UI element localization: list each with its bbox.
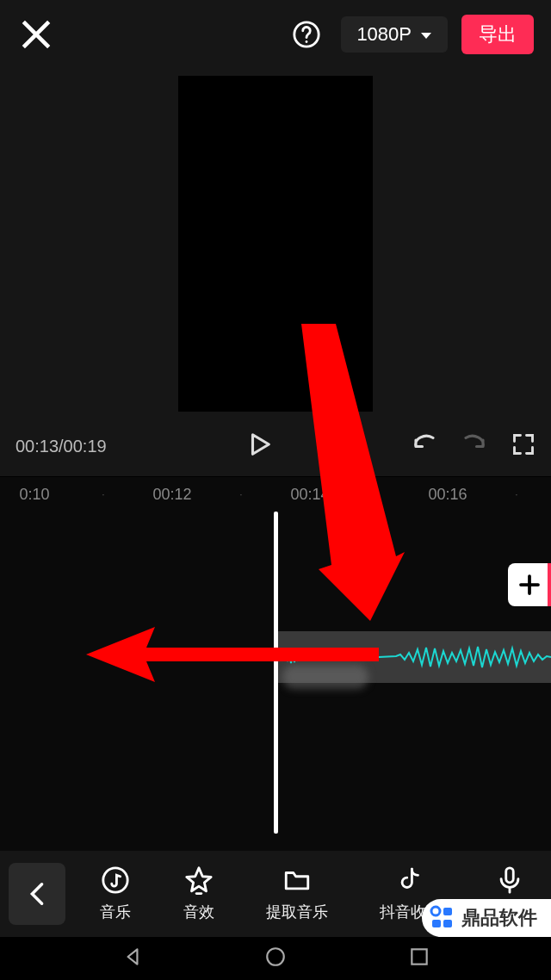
export-button[interactable]: 导出 [461,15,534,54]
svg-rect-9 [443,908,452,915]
svg-point-1 [306,40,308,43]
time-display: 00:13/00:19 [15,437,107,456]
svg-rect-11 [443,920,452,927]
ruler-mark: 0:10 [0,486,69,504]
nav-recent-icon[interactable] [408,946,430,971]
chevron-down-icon [420,23,432,46]
tool-sound-effect[interactable]: 音效 [183,865,214,922]
nav-home-icon[interactable] [264,946,287,971]
ruler-dot: · [482,488,551,500]
logo-icon [429,904,456,932]
undo-button[interactable] [412,431,437,462]
music-icon [101,865,130,895]
tool-label: 提取音乐 [266,902,328,922]
time-ruler: 0:10 · 00:12 · 00:14 · 00:16 · [0,477,551,512]
redo-button[interactable] [461,431,487,462]
close-icon[interactable] [17,16,55,53]
svg-rect-5 [506,868,514,883]
help-icon[interactable] [288,16,325,53]
watermark-text: 鼎品软件 [461,905,537,931]
ruler-mark: 00:14 [276,486,344,504]
svg-rect-10 [432,920,441,927]
export-label: 导出 [479,23,517,45]
timeline[interactable]: 0:10 · 00:12 · 00:14 · 00:16 · [0,476,551,851]
playhead[interactable] [274,512,278,834]
fullscreen-button[interactable] [511,432,536,461]
resolution-label: 1080P [356,23,412,46]
svg-point-6 [267,948,284,965]
audio-clip-label [282,665,368,689]
play-button[interactable] [246,431,272,462]
back-button[interactable] [9,863,65,925]
resolution-selector[interactable]: 1080P [341,16,448,53]
tool-music[interactable]: 音乐 [100,865,131,922]
watermark-badge: 鼎品软件 [422,899,551,937]
tool-label: 音效 [183,902,214,922]
nav-back-icon[interactable] [121,946,144,971]
douyin-icon [396,865,425,895]
tool-extract-music[interactable]: 提取音乐 [266,865,328,922]
video-preview[interactable] [178,76,373,412]
svg-point-8 [431,907,440,915]
folder-icon [282,865,312,895]
add-clip-button[interactable] [508,563,551,606]
system-navbar [0,937,551,980]
ruler-dot: · [69,488,138,500]
tool-label: 音乐 [100,902,131,922]
ruler-dot: · [207,488,276,500]
ruler-mark: 00:12 [138,486,207,504]
svg-rect-7 [412,949,426,964]
playback-controls: 00:13/00:19 [0,425,551,467]
microphone-icon [495,865,524,895]
star-icon [184,865,214,895]
ruler-mark: 00:16 [413,486,482,504]
ruler-dot: · [344,488,413,500]
